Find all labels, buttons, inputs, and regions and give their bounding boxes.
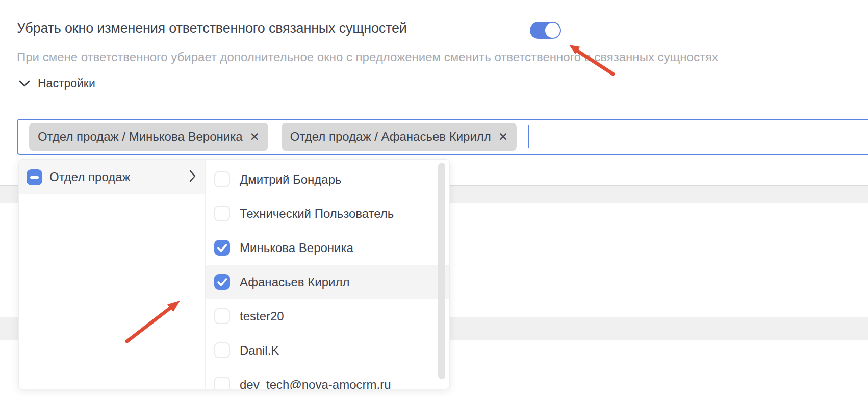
user-row[interactable]: Дмитрий Бондарь: [206, 162, 449, 196]
page-description: При смене ответственного убирает дополни…: [17, 50, 718, 64]
user-name-label: Минькова Вероника: [240, 241, 353, 255]
dropdown-groups-column: Отдел продаж: [19, 160, 206, 389]
user-row[interactable]: dev_tech@nova-amocrm.ru: [206, 367, 449, 389]
user-row[interactable]: Технический Пользователь: [206, 196, 449, 231]
user-row[interactable]: Danil.K: [206, 333, 449, 367]
page-title: Убрать окно изменения ответственного свя…: [17, 20, 407, 36]
checkbox-checked-icon[interactable]: [214, 240, 230, 256]
selected-tags: Отдел продаж / Минькова Вероника✕Отдел п…: [29, 123, 517, 151]
checkbox-unchecked-icon[interactable]: [214, 377, 230, 389]
selected-tag-label: Отдел продаж / Минькова Вероника: [38, 130, 243, 144]
user-row[interactable]: Минькова Вероника: [206, 231, 449, 265]
text-caret: [528, 125, 529, 148]
remove-tag-icon[interactable]: ✕: [498, 131, 508, 143]
selected-tag-label: Отдел продаж / Афанасьев Кирилл: [290, 130, 491, 144]
settings-section-header[interactable]: Настройки: [19, 77, 95, 90]
user-row[interactable]: tester20: [206, 299, 449, 333]
toggle-knob: [545, 23, 560, 38]
group-row-sales-department[interactable]: Отдел продаж: [19, 160, 205, 194]
minus-icon: [30, 176, 39, 179]
user-name-label: dev_tech@nova-amocrm.ru: [240, 378, 391, 390]
checkbox-unchecked-icon[interactable]: [214, 308, 230, 324]
checkbox-unchecked-icon[interactable]: [214, 171, 230, 187]
user-name-label: tester20: [240, 309, 284, 324]
checkbox-checked-icon[interactable]: [214, 274, 230, 290]
dropdown-users-column: Дмитрий БондарьТехнический ПользовательМ…: [206, 160, 449, 389]
selected-tag[interactable]: Отдел продаж / Минькова Вероника✕: [29, 123, 268, 151]
user-name-label: Афанасьев Кирилл: [240, 275, 349, 289]
user-name-label: Danil.K: [240, 343, 279, 358]
feature-toggle[interactable]: [530, 22, 561, 39]
user-list: Дмитрий БондарьТехнический ПользовательМ…: [206, 162, 449, 389]
chevron-right-icon: [189, 170, 196, 184]
user-picker-dropdown: Отдел продаж Дмитрий БондарьТехнический …: [18, 159, 450, 389]
user-name-label: Технический Пользователь: [240, 207, 394, 221]
chevron-down-icon: [19, 80, 30, 87]
checkbox-unchecked-icon[interactable]: [214, 206, 230, 221]
remove-tag-icon[interactable]: ✕: [250, 131, 260, 143]
user-name-label: Дмитрий Бондарь: [240, 172, 342, 187]
selected-tag[interactable]: Отдел продаж / Афанасьев Кирилл✕: [282, 123, 517, 151]
responsible-users-multiselect-input[interactable]: Отдел продаж / Минькова Вероника✕Отдел п…: [17, 119, 868, 155]
settings-section-label: Настройки: [38, 77, 95, 90]
group-checkbox-indeterminate[interactable]: [27, 169, 42, 185]
settings-page: { "colors": { "accent_blue": "#5a80e0", …: [0, 0, 868, 397]
checkbox-unchecked-icon[interactable]: [214, 342, 230, 358]
group-label: Отдел продаж: [49, 170, 189, 184]
dropdown-scrollbar-thumb[interactable]: [438, 163, 445, 379]
user-row[interactable]: Афанасьев Кирилл: [206, 265, 449, 299]
